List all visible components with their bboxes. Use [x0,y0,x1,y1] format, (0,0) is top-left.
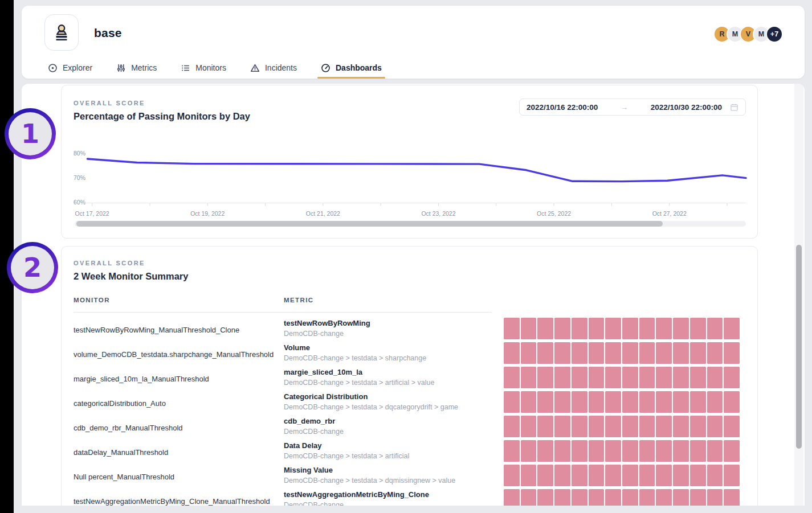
monitor-name[interactable]: testNewRowByRowMing_ManualThreshold_Clon… [74,326,239,334]
table-row[interactable]: cdb_demo_rbr_ManualThreshold cdb_demo_rb… [62,416,758,440]
status-cell-failing[interactable] [707,489,723,506]
status-cell-failing[interactable] [690,342,706,364]
tab-dashboards[interactable]: Dashboards [319,57,384,79]
chart-scrollbar-thumb[interactable] [76,221,663,227]
status-cell-failing[interactable] [605,465,621,486]
status-cell-failing[interactable] [605,489,621,506]
status-cell-failing[interactable] [572,416,587,437]
status-cell-failing[interactable] [673,489,689,506]
table-row[interactable]: testNewAggregationMetricByMing_Clone_Man… [62,489,758,506]
status-cell-failing[interactable] [622,342,638,364]
status-cell-failing[interactable] [572,489,587,506]
status-cell-failing[interactable] [504,440,520,462]
status-cell-failing[interactable] [537,342,553,364]
status-cell-failing[interactable] [521,367,537,388]
status-cell-failing[interactable] [622,416,638,437]
status-cell-failing[interactable] [589,465,605,486]
status-cell-failing[interactable] [690,440,706,462]
status-cell-failing[interactable] [572,391,587,413]
status-cell-failing[interactable] [589,367,605,388]
status-cell-failing[interactable] [572,318,587,339]
status-cell-failing[interactable] [724,416,740,437]
status-cell-failing[interactable] [537,391,553,413]
status-cell-failing[interactable] [690,367,706,388]
status-cell-failing[interactable] [554,440,570,462]
status-cell-failing[interactable] [605,416,621,437]
status-cell-failing[interactable] [707,342,723,364]
status-cell-failing[interactable] [504,342,520,364]
status-cell-failing[interactable] [622,465,638,486]
status-cell-failing[interactable] [537,440,553,462]
tab-monitors[interactable]: Monitors [178,57,228,79]
status-cell-failing[interactable] [521,465,537,486]
table-row[interactable]: testNewRowByRowMing_ManualThreshold_Clon… [62,318,758,342]
status-cell-failing[interactable] [605,342,621,364]
status-cell-failing[interactable] [554,465,570,486]
status-cell-failing[interactable] [656,342,672,364]
status-cell-failing[interactable] [521,391,537,413]
status-cell-failing[interactable] [589,391,605,413]
status-cell-failing[interactable] [724,367,740,388]
status-cell-failing[interactable] [639,342,655,364]
monitor-name[interactable]: volume_DemoCDB_testdata.sharpchange_Manu… [74,350,274,359]
status-cell-failing[interactable] [707,318,723,339]
status-cell-failing[interactable] [639,416,655,437]
status-cell-failing[interactable] [521,416,537,437]
status-cell-failing[interactable] [537,416,553,437]
status-cell-failing[interactable] [589,318,605,339]
status-cell-failing[interactable] [656,489,672,506]
status-cell-failing[interactable] [572,440,587,462]
status-cell-failing[interactable] [639,318,655,339]
status-cell-failing[interactable] [673,391,689,413]
tab-incidents[interactable]: Incidents [248,57,299,79]
status-cell-failing[interactable] [673,367,689,388]
status-cell-failing[interactable] [622,391,638,413]
monitor-name[interactable]: cdb_demo_rbr_ManualThreshold [74,424,183,432]
status-cell-failing[interactable] [673,318,689,339]
status-cell-failing[interactable] [639,391,655,413]
status-cell-failing[interactable] [537,367,553,388]
status-cell-failing[interactable] [707,367,723,388]
status-cell-failing[interactable] [724,440,740,462]
status-cell-failing[interactable] [521,489,537,506]
status-cell-failing[interactable] [724,318,740,339]
status-cell-failing[interactable] [690,465,706,486]
status-cell-failing[interactable] [554,318,570,339]
status-cell-failing[interactable] [690,416,706,437]
table-row[interactable]: margie_sliced_10m_la_ManualThreshold mar… [62,367,758,391]
status-cell-failing[interactable] [554,367,570,388]
monitor-name[interactable]: Null percent_ManualThreshold [74,473,174,481]
status-cell-failing[interactable] [537,318,553,339]
chart-scrollbar-track[interactable] [75,221,746,227]
tab-explorer[interactable]: Explorer [46,57,95,79]
status-cell-failing[interactable] [504,489,520,506]
monitor-name[interactable]: dataDelay_ManualThreshold [74,448,168,457]
avatar-7[interactable]: +7 [766,26,783,43]
status-cell-failing[interactable] [707,440,723,462]
status-cell-failing[interactable] [707,416,723,437]
table-row[interactable]: Null percent_ManualThreshold Missing Val… [62,465,758,489]
monitor-name[interactable]: categoricalDistribution_Auto [74,399,166,408]
monitor-name[interactable]: margie_sliced_10m_la_ManualThreshold [74,375,209,383]
status-cell-failing[interactable] [656,465,672,486]
status-cell-failing[interactable] [554,416,570,437]
status-cell-failing[interactable] [656,440,672,462]
status-cell-failing[interactable] [656,416,672,437]
status-cell-failing[interactable] [589,342,605,364]
status-cell-failing[interactable] [504,391,520,413]
date-range-picker[interactable]: 2022/10/16 22:00:00 → 2022/10/30 22:00:0… [519,99,746,116]
status-cell-failing[interactable] [554,489,570,506]
status-cell-failing[interactable] [572,465,587,486]
table-row[interactable]: categoricalDistribution_Auto Categorical… [62,391,758,416]
status-cell-failing[interactable] [605,318,621,339]
status-cell-failing[interactable] [605,391,621,413]
status-cell-failing[interactable] [605,440,621,462]
status-cell-failing[interactable] [639,440,655,462]
status-cell-failing[interactable] [724,465,740,486]
status-cell-failing[interactable] [572,367,587,388]
status-cell-failing[interactable] [554,391,570,413]
status-cell-failing[interactable] [673,465,689,486]
status-cell-failing[interactable] [707,391,723,413]
status-cell-failing[interactable] [572,342,587,364]
workspace-logo[interactable] [44,14,79,51]
